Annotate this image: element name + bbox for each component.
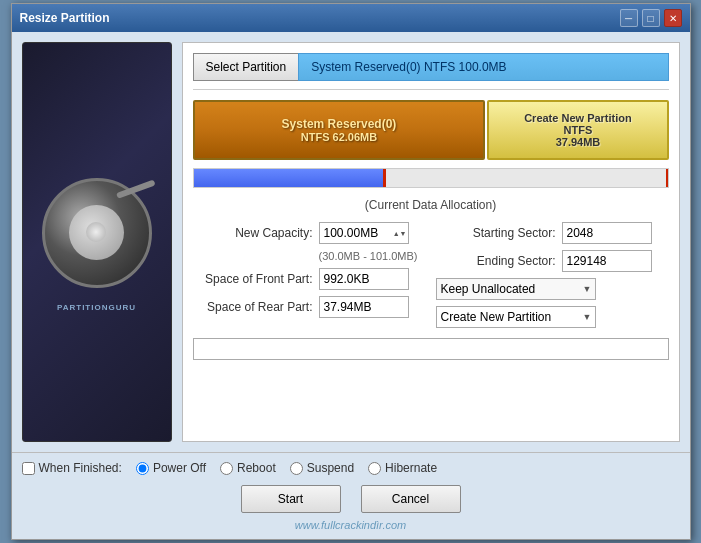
- hibernate-radio-label[interactable]: Hibernate: [368, 461, 437, 475]
- rear-part-input[interactable]: 37.94MB: [319, 296, 409, 318]
- reboot-radio[interactable]: [220, 462, 233, 475]
- progress-bar: [193, 338, 669, 360]
- when-finished-checkbox-label[interactable]: When Finished:: [22, 461, 122, 475]
- right-panel: Select Partition System Reserved(0) NTFS…: [182, 42, 680, 442]
- hdd-inner-ring: [69, 205, 124, 260]
- allocation-used: [194, 169, 384, 187]
- rear-part-dropdown-row: Create New Partition: [436, 306, 669, 328]
- reboot-radio-label[interactable]: Reboot: [220, 461, 276, 475]
- title-bar-controls: ─ □ ✕: [620, 9, 682, 27]
- bottom-section: When Finished: Power Off Reboot Suspend …: [12, 452, 690, 539]
- window-title: Resize Partition: [20, 11, 110, 25]
- resize-partition-window: Resize Partition ─ □ ✕ PARTITIONGURU: [11, 3, 691, 540]
- front-part-dropdown-row: Keep Unallocated: [436, 278, 669, 300]
- start-button[interactable]: Start: [241, 485, 341, 513]
- allocation-bar: [193, 168, 669, 188]
- partition-box-right-fs: NTFS: [564, 124, 593, 136]
- form-grid: New Capacity: 100.00MB (30.0MB - 101.0MB…: [193, 222, 669, 328]
- button-row: Start Cancel: [22, 485, 680, 513]
- starting-sector-row: Starting Sector: 2048: [436, 222, 669, 244]
- suspend-label: Suspend: [307, 461, 354, 475]
- capacity-range-row: (30.0MB - 101.0MB): [193, 250, 426, 262]
- hibernate-radio[interactable]: [368, 462, 381, 475]
- rear-part-select-wrapper: Create New Partition: [436, 306, 596, 328]
- when-finished-checkbox[interactable]: [22, 462, 35, 475]
- front-part-select-wrapper: Keep Unallocated: [436, 278, 596, 300]
- ending-sector-input[interactable]: 129148: [562, 250, 652, 272]
- select-partition-button[interactable]: Select Partition: [193, 53, 299, 81]
- allocation-divider: [666, 169, 668, 187]
- front-part-label: Space of Front Part:: [193, 272, 313, 286]
- maximize-button[interactable]: □: [642, 9, 660, 27]
- current-data-label: (Current Data Allocation): [193, 198, 669, 212]
- when-finished-row: When Finished: Power Off Reboot Suspend …: [22, 461, 680, 475]
- partition-box-left-name: System Reserved(0): [282, 117, 397, 131]
- power-off-label: Power Off: [153, 461, 206, 475]
- top-bar: Select Partition System Reserved(0) NTFS…: [193, 53, 669, 90]
- hdd-center: [86, 222, 106, 242]
- suspend-radio-label[interactable]: Suspend: [290, 461, 354, 475]
- form-right-col: Starting Sector: 2048 Ending Sector: 129…: [436, 222, 669, 328]
- starting-sector-label: Starting Sector:: [436, 226, 556, 240]
- partition-box-left-fs: NTFS 62.06MB: [301, 131, 377, 143]
- ending-sector-label: Ending Sector:: [436, 254, 556, 268]
- power-off-radio-label[interactable]: Power Off: [136, 461, 206, 475]
- close-button[interactable]: ✕: [664, 9, 682, 27]
- hibernate-label: Hibernate: [385, 461, 437, 475]
- minimize-button[interactable]: ─: [620, 9, 638, 27]
- watermark: www.fullcrackindìr.com: [22, 519, 680, 531]
- power-off-radio[interactable]: [136, 462, 149, 475]
- window-body: PARTITIONGURU Select Partition System Re…: [12, 32, 690, 452]
- front-part-select[interactable]: Keep Unallocated: [436, 278, 596, 300]
- front-part-row: Space of Front Part: 992.0KB: [193, 268, 426, 290]
- form-left-col: New Capacity: 100.00MB (30.0MB - 101.0MB…: [193, 222, 426, 328]
- rear-part-label: Space of Rear Part:: [193, 300, 313, 314]
- partition-box-new: Create New Partition NTFS 37.94MB: [487, 100, 668, 160]
- rear-part-select[interactable]: Create New Partition: [436, 306, 596, 328]
- allocation-marker: [383, 169, 386, 187]
- partition-box-right-size: 37.94MB: [556, 136, 601, 148]
- front-part-input[interactable]: 992.0KB: [319, 268, 409, 290]
- partition-info-bar: System Reserved(0) NTFS 100.0MB: [298, 53, 668, 81]
- starting-sector-input[interactable]: 2048: [562, 222, 652, 244]
- title-bar: Resize Partition ─ □ ✕: [12, 4, 690, 32]
- reboot-label: Reboot: [237, 461, 276, 475]
- new-capacity-spinner: 100.00MB: [319, 222, 409, 244]
- partition-box-system-reserved: System Reserved(0) NTFS 62.06MB: [193, 100, 486, 160]
- hdd-graphic: [37, 173, 157, 293]
- when-finished-label: When Finished:: [39, 461, 122, 475]
- left-panel: PARTITIONGURU: [22, 42, 172, 442]
- new-capacity-row: New Capacity: 100.00MB: [193, 222, 426, 244]
- new-capacity-label: New Capacity:: [193, 226, 313, 240]
- brand-label: PARTITIONGURU: [57, 303, 136, 312]
- partition-boxes: System Reserved(0) NTFS 62.06MB Create N…: [193, 100, 669, 160]
- ending-sector-row: Ending Sector: 129148: [436, 250, 669, 272]
- new-capacity-input[interactable]: 100.00MB: [319, 222, 409, 244]
- cancel-button[interactable]: Cancel: [361, 485, 461, 513]
- suspend-radio[interactable]: [290, 462, 303, 475]
- rear-part-row: Space of Rear Part: 37.94MB: [193, 296, 426, 318]
- partition-box-right-name: Create New Partition: [524, 112, 632, 124]
- capacity-range-label: (30.0MB - 101.0MB): [319, 250, 418, 262]
